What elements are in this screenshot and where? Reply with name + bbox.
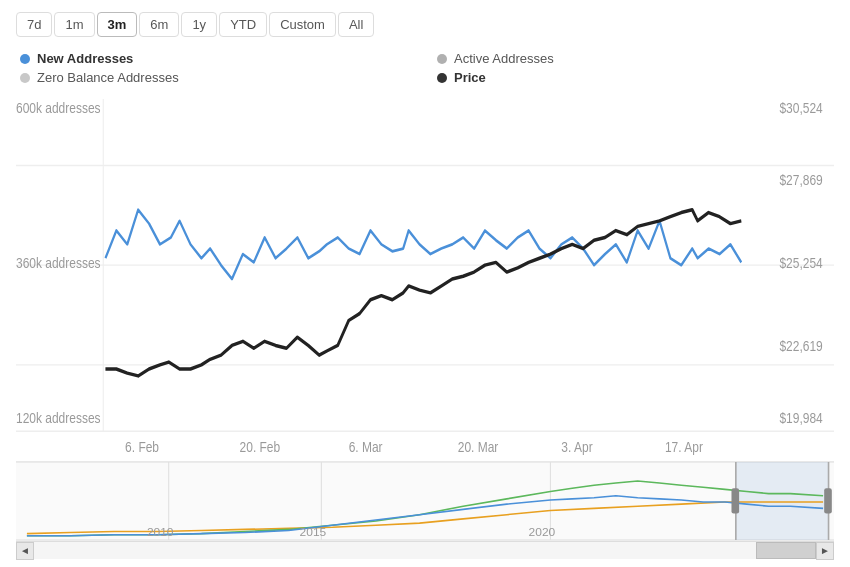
svg-text:120k addresses: 120k addresses xyxy=(16,410,101,427)
time-btn-6m[interactable]: 6m xyxy=(139,12,179,37)
legend-item-active-addresses: Active Addresses xyxy=(437,51,834,66)
main-container: 7d1m3m6m1yYTDCustomAll New AddressesActi… xyxy=(0,0,850,567)
time-btn-ytd[interactable]: YTD xyxy=(219,12,267,37)
legend-label-new-addresses: New Addresses xyxy=(37,51,133,66)
svg-text:17. Apr: 17. Apr xyxy=(665,439,703,456)
scroll-right-button[interactable]: ► xyxy=(816,542,834,560)
svg-rect-32 xyxy=(824,488,832,513)
legend-item-new-addresses: New Addresses xyxy=(20,51,417,66)
legend-label-active-addresses: Active Addresses xyxy=(454,51,554,66)
mini-chart-container: 2010 2015 2020 xyxy=(16,461,834,541)
time-btn-7d[interactable]: 7d xyxy=(16,12,52,37)
svg-text:20. Feb: 20. Feb xyxy=(240,439,281,456)
scrollbar: ◄ ► xyxy=(16,541,834,559)
svg-text:$22,619: $22,619 xyxy=(779,338,822,355)
svg-text:$30,524: $30,524 xyxy=(779,100,823,117)
legend-dot-zero-balance xyxy=(20,73,30,83)
svg-text:$25,254: $25,254 xyxy=(779,255,823,272)
time-btn-1y[interactable]: 1y xyxy=(181,12,217,37)
legend-dot-price xyxy=(437,73,447,83)
legend-dot-active-addresses xyxy=(437,54,447,64)
time-btn-custom[interactable]: Custom xyxy=(269,12,336,37)
svg-rect-25 xyxy=(736,462,829,540)
scroll-thumb[interactable] xyxy=(756,542,816,559)
svg-rect-31 xyxy=(731,488,739,513)
svg-text:2015: 2015 xyxy=(300,525,327,538)
svg-text:$19,984: $19,984 xyxy=(779,410,823,427)
chart-legend: New AddressesActive AddressesZero Balanc… xyxy=(16,51,834,85)
main-chart-svg: 600k addresses 360k addresses 120k addre… xyxy=(16,99,834,459)
svg-text:$27,869: $27,869 xyxy=(779,172,822,189)
legend-label-zero-balance: Zero Balance Addresses xyxy=(37,70,179,85)
svg-text:600k addresses: 600k addresses xyxy=(16,100,101,117)
mini-chart-svg: 2010 2015 2020 xyxy=(16,462,834,541)
scroll-track[interactable] xyxy=(34,542,816,559)
time-range-selector: 7d1m3m6m1yYTDCustomAll xyxy=(16,12,834,37)
svg-text:6. Feb: 6. Feb xyxy=(125,439,159,456)
legend-dot-new-addresses xyxy=(20,54,30,64)
time-btn-3m[interactable]: 3m xyxy=(97,12,138,37)
legend-item-price: Price xyxy=(437,70,834,85)
svg-text:20. Mar: 20. Mar xyxy=(458,439,499,456)
main-chart-area: 600k addresses 360k addresses 120k addre… xyxy=(16,99,834,459)
time-btn-1m[interactable]: 1m xyxy=(54,12,94,37)
svg-text:360k addresses: 360k addresses xyxy=(16,255,101,272)
svg-text:2020: 2020 xyxy=(529,525,556,538)
scroll-left-button[interactable]: ◄ xyxy=(16,542,34,560)
svg-text:6. Mar: 6. Mar xyxy=(349,439,383,456)
legend-item-zero-balance: Zero Balance Addresses xyxy=(20,70,417,85)
svg-text:2010: 2010 xyxy=(147,525,174,538)
svg-text:3. Apr: 3. Apr xyxy=(561,439,593,456)
legend-label-price: Price xyxy=(454,70,486,85)
time-btn-all[interactable]: All xyxy=(338,12,374,37)
